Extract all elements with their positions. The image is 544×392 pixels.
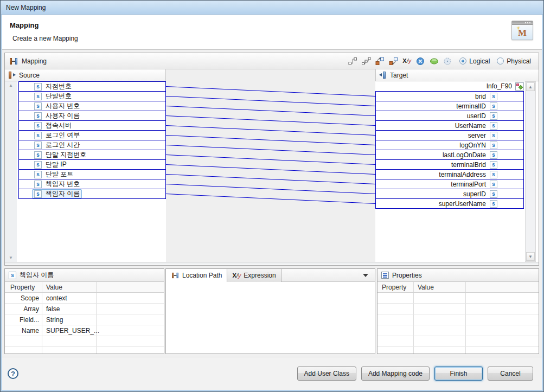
field-selection: s책임자 이름 [32, 189, 82, 198]
target-field[interactable]: lastLogOnDates [375, 150, 524, 160]
field-detail-rows: ScopecontextArrayfalseField...StringName… [5, 293, 164, 354]
target-field[interactable]: superUserNames [375, 198, 524, 209]
target-scrollbar[interactable]: ▲ ▼ [525, 81, 536, 262]
help-button[interactable]: ? [8, 368, 18, 379]
create-auto-mapping-icon[interactable] [361, 56, 371, 66]
mapping-options-icon[interactable] [443, 56, 452, 66]
target-field[interactable]: userIDs [375, 111, 524, 121]
empty-row [377, 293, 539, 304]
remove-mapping-icon[interactable] [415, 56, 425, 66]
properties-rows [377, 293, 539, 354]
target-root-row[interactable]: Info_F90 [375, 81, 539, 91]
source-field[interactable]: s단말번호 [18, 91, 166, 101]
target-panel: Info_F90 bridsterminalIDsuserIDsUserName… [375, 81, 539, 262]
source-field[interactable]: s책임자 이름 [18, 189, 166, 199]
source-field[interactable]: s책임자 번호 [18, 179, 166, 189]
scrollbar-down-icon[interactable]: ▼ [526, 252, 535, 261]
string-type-icon: s [490, 190, 497, 198]
source-scroll-strip[interactable]: ▲ ▼ [5, 81, 17, 262]
source-field[interactable]: s단말 포트 [18, 169, 166, 179]
field-selection: s로그인 시간 [32, 140, 82, 150]
source-field[interactable]: s로그인 시간 [18, 140, 166, 150]
property-value[interactable]: SUPER_USER_... [42, 325, 97, 336]
wizard-banner: Mapping Create a new Mapping M ✳ [2, 15, 542, 50]
finish-button[interactable]: Finish [434, 367, 483, 381]
expression-toolbar-icon[interactable]: X/y [402, 56, 412, 66]
property-value[interactable]: false [42, 304, 97, 314]
properties-icon [381, 272, 389, 279]
field-label: 책임자 번호 [46, 179, 80, 189]
location-path-icon [171, 272, 179, 279]
source-field[interactable]: s사용자 번호 [18, 101, 166, 111]
banner-subtitle: Create a new Mapping [12, 35, 78, 42]
property-row[interactable]: Field...String [5, 314, 164, 325]
field-label: terminalAddress [439, 171, 486, 178]
source-field[interactable]: s사용자 이름 [18, 111, 166, 121]
empty-row [377, 347, 539, 354]
field-label: superID [463, 190, 486, 198]
field-selection: s지점번호 [32, 82, 74, 91]
target-field[interactable]: brids [375, 91, 524, 101]
target-field[interactable]: terminalIDs [375, 101, 524, 111]
field-selection: s로그인 여부 [32, 131, 82, 140]
radio-physical-icon[interactable] [497, 57, 504, 65]
empty-row [377, 325, 539, 336]
scroll-down-icon[interactable]: ▼ [5, 255, 17, 260]
string-type-icon: s [34, 171, 42, 178]
tab-location-path[interactable]: Location Path [166, 269, 227, 282]
copy-to-target-icon[interactable] [375, 56, 385, 66]
property-value[interactable]: context [42, 293, 97, 303]
cancel-button[interactable]: Cancel [488, 367, 533, 381]
property-name: Name [5, 325, 42, 336]
expression-dropdown-icon[interactable] [363, 274, 368, 277]
source-field[interactable]: s단말 IP [18, 159, 166, 170]
add-mapping-code-button[interactable]: Add Mapping code [361, 367, 430, 381]
target-field[interactable]: superIDs [375, 189, 524, 199]
property-value[interactable]: String [42, 314, 97, 325]
create-mapping-icon[interactable] [348, 56, 357, 66]
copy-from-target-icon[interactable] [388, 56, 398, 66]
add-user-class-button[interactable]: Add User Class [297, 367, 356, 381]
mapping-connections[interactable] [166, 81, 375, 262]
source-panel: s지점번호s단말번호s사용자 번호s사용자 이름s접속서버s로그인 여부s로그인… [17, 81, 166, 262]
view-mode-logical[interactable]: Logical [459, 57, 490, 65]
field-label: terminalBrid [451, 161, 486, 169]
property-row[interactable]: Scopecontext [5, 293, 164, 304]
property-row[interactable]: NameSUPER_USER_... [5, 325, 164, 336]
target-list: bridsterminalIDsuserIDsUserNamesserversl… [375, 91, 524, 209]
field-label: 사용자 번호 [46, 101, 80, 111]
string-type-icon: s [490, 132, 497, 139]
field-selection: s단말 지점번호 [32, 150, 88, 159]
target-field[interactable]: servers [375, 130, 524, 140]
title-bar[interactable]: New Mapping [1, 1, 543, 15]
field-selection: s단말번호 [32, 92, 74, 101]
scrollbar-up-icon[interactable]: ▲ [526, 82, 535, 91]
string-type-icon: s [490, 200, 497, 208]
string-type-icon: s [9, 272, 16, 279]
field-label: 지점번호 [46, 82, 72, 91]
target-field[interactable]: terminalBrids [375, 159, 524, 170]
expression-editor-body[interactable] [166, 282, 375, 354]
scroll-up-icon[interactable]: ▲ [5, 83, 17, 88]
string-type-icon: s [34, 161, 42, 169]
target-field[interactable]: logOnYNs [375, 140, 524, 150]
validate-mapping-icon[interactable] [429, 56, 439, 66]
view-mode-physical[interactable]: Physical [497, 57, 531, 65]
source-field[interactable]: s로그인 여부 [18, 130, 166, 140]
field-label: 단말번호 [46, 92, 72, 101]
column-property: Property [5, 282, 42, 292]
empty-row [377, 336, 539, 347]
radio-logical-icon[interactable] [459, 57, 466, 65]
string-type-icon: s [490, 142, 497, 149]
source-field[interactable]: s지점번호 [18, 81, 166, 92]
tab-expression[interactable]: X/y Expression [227, 269, 281, 282]
target-field[interactable]: UserNames [375, 120, 524, 131]
target-root-label: Info_F90 [487, 82, 512, 90]
string-type-icon: s [490, 93, 497, 100]
property-row[interactable]: Arrayfalse [5, 304, 164, 314]
target-field[interactable]: terminalAddresss [375, 169, 524, 179]
source-field[interactable]: s단말 지점번호 [18, 150, 166, 160]
target-field[interactable]: terminalPorts [375, 179, 524, 189]
source-field[interactable]: s접속서버 [18, 120, 166, 131]
canvas-bottom-strip [5, 262, 539, 265]
